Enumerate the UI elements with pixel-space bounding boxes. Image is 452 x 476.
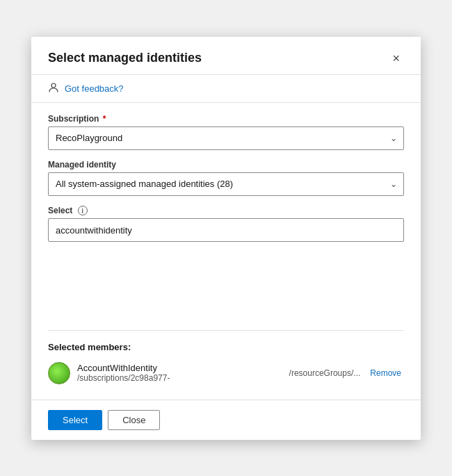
- managed-identity-select[interactable]: All system-assigned managed identities (…: [48, 172, 404, 196]
- dialog-footer: Select Close: [31, 400, 421, 440]
- dialog-body: Subscription * RecoPlayground ⌄ Managed …: [31, 103, 421, 330]
- member-path-start: /subscriptions/2c98a977-: [77, 373, 282, 383]
- close-icon-button[interactable]: ×: [388, 51, 404, 66]
- managed-identity-field-group: Managed identity All system-assigned man…: [48, 160, 404, 196]
- subscription-select[interactable]: RecoPlayground: [48, 126, 404, 150]
- select-info-icon: i: [78, 206, 88, 215]
- dialog: Select managed identities × Got feedback…: [31, 37, 421, 440]
- selected-members-section: Selected members: AccountWithIdentity /s…: [31, 330, 421, 400]
- close-button[interactable]: Close: [108, 410, 160, 430]
- select-button[interactable]: Select: [48, 410, 102, 430]
- body-spacer: [48, 252, 404, 318]
- feedback-person-icon: [48, 82, 59, 95]
- subscription-label: Subscription *: [48, 114, 404, 124]
- subscription-field-group: Subscription * RecoPlayground ⌄: [48, 114, 404, 150]
- member-path-end: /resourceGroups/...: [289, 368, 361, 378]
- feedback-link[interactable]: Got feedback?: [65, 83, 124, 94]
- member-avatar: [48, 362, 70, 384]
- dialog-header: Select managed identities ×: [31, 37, 421, 75]
- managed-identity-select-wrapper: All system-assigned managed identities (…: [48, 172, 404, 196]
- member-info: AccountWithIdentity /subscriptions/2c98a…: [77, 363, 282, 383]
- member-name: AccountWithIdentity: [77, 363, 282, 373]
- remove-member-button[interactable]: Remove: [367, 367, 404, 379]
- select-field-label: Select i: [48, 206, 404, 216]
- svg-point-0: [51, 83, 56, 88]
- subscription-select-wrapper: RecoPlayground ⌄: [48, 126, 404, 150]
- select-input[interactable]: [48, 218, 404, 242]
- select-field-group: Select i: [48, 206, 404, 243]
- selected-members-label: Selected members:: [48, 342, 404, 352]
- dialog-title: Select managed identities: [48, 51, 202, 65]
- members-divider: [48, 330, 404, 331]
- member-row: AccountWithIdentity /subscriptions/2c98a…: [48, 358, 404, 388]
- required-indicator: *: [100, 114, 106, 124]
- feedback-bar: Got feedback?: [31, 75, 421, 103]
- managed-identity-label: Managed identity: [48, 160, 404, 170]
